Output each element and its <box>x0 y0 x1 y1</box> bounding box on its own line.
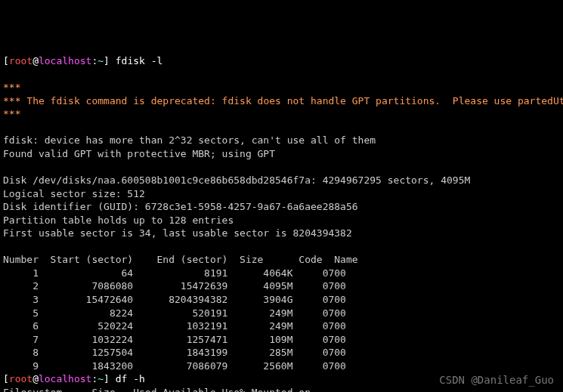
disk-line-3: Disk identifier (GUID): 6728c3e1-5958-42… <box>3 201 358 212</box>
prompt-line: [root@localhost:~] df -h <box>3 373 145 384</box>
partition-row: 3 15472640 8204394382 3904G 0700 <box>3 294 346 305</box>
disk-line-4: Partition table holds up to 128 entries <box>3 215 234 226</box>
command-fdisk: fdisk -l <box>110 55 162 66</box>
terminal-output[interactable]: [root@localhost:~] fdisk -l *** *** The … <box>3 54 560 392</box>
partition-row: 5 8224 520191 249M 0700 <box>3 307 346 319</box>
prompt-path: ~ <box>97 55 104 66</box>
command-df: df -h <box>110 373 145 384</box>
partition-row: 1 64 8191 4064K 0700 <box>3 267 346 279</box>
partition-row: 8 1257504 1843199 285M 0700 <box>3 347 346 358</box>
df-header: Filesystem Size Used Available Use% Moun… <box>3 387 311 392</box>
bracket-close: ] <box>104 55 110 66</box>
disk-line-5: First usable sector is 34, last usable s… <box>3 227 352 239</box>
prompt-host: localhost <box>39 55 91 66</box>
partition-row: 6 520224 1032191 249M 0700 <box>3 320 346 332</box>
partition-row: 2 7086080 15472639 4095M 0700 <box>3 280 346 292</box>
disk-line-1: Disk /dev/disks/naa.600508b1001c9ce86b65… <box>3 174 470 186</box>
watermark-text: CSDN @Danileaf_Guo <box>439 373 554 387</box>
prompt-at: @ <box>32 55 39 66</box>
warning-deprecated-a: *** The fdisk command is deprecated <box>3 95 210 106</box>
partition-row: 7 1032224 1257471 109M 0700 <box>3 334 346 345</box>
warning-stars-2: *** <box>3 108 20 119</box>
warning-stars-1: *** <box>3 82 20 93</box>
bracket-close: ] <box>104 373 110 384</box>
fdisk-gpt-msg: Found valid GPT with protective MBR; usi… <box>3 148 275 159</box>
bracket-open: [ <box>3 373 9 384</box>
partition-header: Number Start (sector) End (sector) Size … <box>3 254 358 265</box>
prompt-user: root <box>9 55 32 66</box>
prompt-host: localhost <box>39 373 91 384</box>
bracket-open: [ <box>3 55 9 66</box>
prompt-path: ~ <box>97 373 104 384</box>
disk-line-2: Logical sector size: 512 <box>3 188 145 199</box>
prompt-line: [root@localhost:~] fdisk -l <box>3 55 162 66</box>
fdisk-sectors-msg: fdisk: device has more than 2^32 sectors… <box>3 134 376 146</box>
prompt-at: @ <box>32 373 39 384</box>
prompt-user: root <box>9 373 32 384</box>
partition-row: 9 1843200 7086079 2560M 0700 <box>3 360 346 372</box>
warning-deprecated-b: : fdisk does not handle GPT partitions. … <box>210 95 563 106</box>
